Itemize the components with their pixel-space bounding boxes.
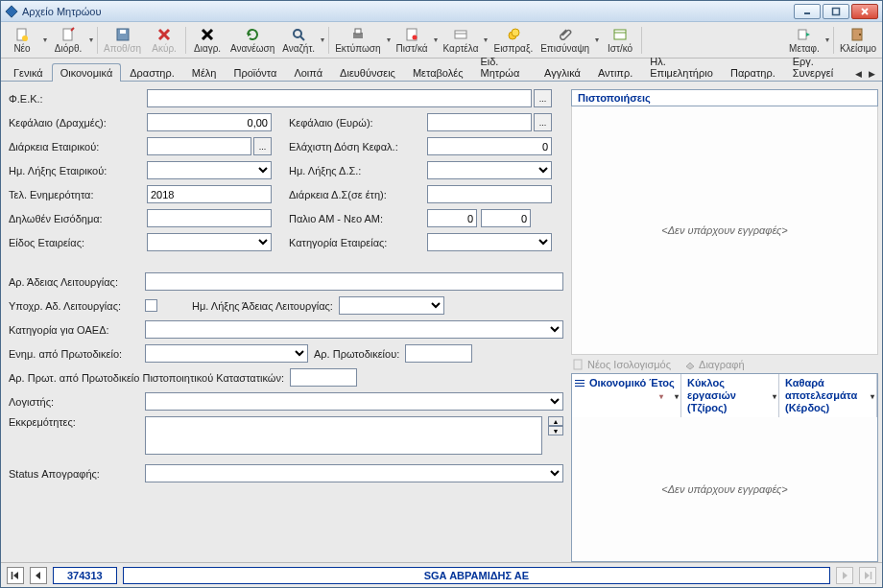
toolbar-Διόρθ.[interactable]: Διόρθ. bbox=[49, 26, 87, 55]
tel-enim-label: Τελ. Ενημερότητα: bbox=[9, 189, 143, 200]
diarkeia-et-lookup[interactable]: ... bbox=[253, 137, 272, 155]
tab-3[interactable]: Μέλη bbox=[183, 63, 226, 82]
toolbar-Αναζήτ.[interactable]: Αναζήτ. bbox=[278, 26, 319, 55]
neo-am-input[interactable] bbox=[481, 209, 531, 227]
ypoxr-label: Υποχρ. Αδ. Λειτουργίας: bbox=[9, 300, 139, 312]
tel-enim-input[interactable] bbox=[147, 185, 272, 203]
lixi-adeias-label: Ημ. Λήξης Άδειας Λειτουργίας: bbox=[192, 300, 333, 312]
ypoxr-checkbox[interactable] bbox=[145, 299, 157, 312]
toolbar-Νέο[interactable]: Νέο bbox=[3, 26, 41, 55]
ar-prot-long-label: Αρ. Πρωτ. από Πρωτοδικείο Πιστοποιητικού… bbox=[9, 372, 284, 384]
tab-7[interactable]: Μεταβολές bbox=[404, 63, 472, 82]
tab-9[interactable]: Αγγλικά bbox=[536, 63, 589, 82]
lixi-et-select[interactable] bbox=[147, 161, 272, 179]
kathg-select[interactable] bbox=[427, 233, 552, 251]
toolbar-Αναζήτ.-dd[interactable]: ▾ bbox=[319, 23, 326, 58]
nav-next[interactable] bbox=[836, 567, 853, 584]
min-dosi-input[interactable] bbox=[427, 137, 552, 155]
window-title: Αρχείο Μητρώου bbox=[22, 6, 102, 17]
diarkeia-et-input[interactable] bbox=[147, 137, 251, 155]
tab-scroll-right[interactable]: ▶ bbox=[865, 67, 878, 81]
toolbar-Εκτύπωση-dd[interactable]: ▾ bbox=[385, 23, 393, 58]
maximize-button[interactable] bbox=[823, 4, 849, 19]
svg-rect-32 bbox=[574, 360, 582, 369]
tab-1[interactable]: Οικονομικά bbox=[52, 63, 122, 82]
close-button[interactable] bbox=[851, 4, 878, 19]
tab-13[interactable]: Εργ. Συνεργεί bbox=[784, 52, 851, 82]
palio-am-input[interactable] bbox=[427, 209, 477, 227]
toolbar-Επισύναψη[interactable]: Επισύναψη bbox=[537, 26, 593, 55]
lixi-ds-select[interactable] bbox=[427, 161, 552, 179]
doc-icon bbox=[573, 359, 585, 370]
eidos-select[interactable] bbox=[147, 233, 272, 251]
col-turnover-dd[interactable]: ▾ bbox=[773, 389, 776, 402]
app-icon bbox=[5, 5, 18, 18]
col-profit[interactable]: Καθαρά αποτελεσμάτα (Κέρδος)▾ bbox=[779, 374, 877, 417]
col-turnover[interactable]: Κύκλος εργασιών (Τζίρος)▾ bbox=[681, 374, 779, 417]
oaed-label: Κατηγορία για ΟΑΕΔ: bbox=[9, 324, 139, 336]
toolbar-Διαγρ.[interactable]: Διαγρ. bbox=[188, 26, 227, 55]
tab-8[interactable]: Ειδ. Μητρώα bbox=[471, 52, 536, 82]
toolbar-Διόρθ.-dd[interactable]: ▾ bbox=[87, 23, 95, 58]
eisodima-label: Δηλωθέν Εισόδημα: bbox=[9, 213, 143, 224]
toolbar-Κλείσιμο[interactable]: Κλείσιμο bbox=[836, 26, 880, 55]
tab-scroll-left[interactable]: ◀ bbox=[851, 67, 865, 81]
tab-2[interactable]: Δραστηρ. bbox=[121, 63, 183, 82]
tab-10[interactable]: Αντιπρ. bbox=[589, 63, 641, 82]
ar-prot-long-input[interactable] bbox=[290, 368, 357, 387]
card-icon bbox=[453, 27, 468, 42]
col-year-dd[interactable]: ▾ bbox=[675, 389, 679, 402]
toolbar-Ανανέωση[interactable]: Ανανέωση bbox=[227, 26, 278, 55]
tab-12[interactable]: Παρατηρ. bbox=[722, 63, 784, 82]
tab-4[interactable]: Προϊόντα bbox=[225, 63, 285, 82]
tab-11[interactable]: Ηλ. Επιμελητήριο bbox=[641, 52, 722, 82]
fek-lookup-button[interactable]: ... bbox=[534, 89, 552, 107]
refresh-icon bbox=[245, 27, 260, 42]
svg-rect-19 bbox=[355, 29, 361, 34]
col-profit-dd[interactable]: ▾ bbox=[871, 389, 874, 402]
toolbar-Καρτέλα[interactable]: Καρτέλα bbox=[440, 26, 483, 55]
toolbar-Επισύναψη-dd[interactable]: ▾ bbox=[593, 23, 601, 58]
kefalaio-drx-input[interactable] bbox=[147, 113, 272, 131]
ekkrem-down[interactable]: ▼ bbox=[548, 426, 563, 435]
logistis-select[interactable] bbox=[145, 392, 563, 411]
tab-0[interactable]: Γενικά bbox=[5, 63, 52, 82]
delete-balance-button[interactable]: Διαγραφή bbox=[684, 359, 745, 370]
nav-last[interactable] bbox=[859, 567, 876, 584]
kefalaio-eur-input[interactable] bbox=[427, 113, 532, 131]
toolbar-Πιστ/κά[interactable]: Πιστ/κά bbox=[393, 26, 432, 55]
logistis-label: Λογιστής: bbox=[9, 396, 139, 408]
eisodima-input[interactable] bbox=[147, 209, 272, 227]
tab-6[interactable]: Διευθύνσεις bbox=[331, 63, 404, 82]
svg-rect-22 bbox=[455, 31, 466, 38]
print-icon bbox=[350, 27, 366, 42]
toolbar-Νέο-dd[interactable]: ▾ bbox=[41, 23, 49, 58]
toolbar-Μεταφ.[interactable]: Μεταφ. bbox=[785, 26, 823, 55]
new-balance-button[interactable]: Νέος Ισολογισμός bbox=[573, 359, 671, 370]
diarkeia-ds-input[interactable] bbox=[427, 185, 552, 203]
ar-proto-input[interactable] bbox=[405, 344, 472, 363]
ekkrem-up[interactable]: ▲ bbox=[548, 416, 563, 426]
enim-proto-select[interactable] bbox=[145, 344, 308, 363]
svg-rect-28 bbox=[799, 30, 806, 39]
nav-prev[interactable] bbox=[30, 567, 47, 584]
status-select[interactable] bbox=[145, 464, 563, 482]
toolbar-Εκτύπωση[interactable]: Εκτύπωση bbox=[331, 26, 384, 55]
col-year[interactable]: Οικονομικό Έτος▾ bbox=[572, 374, 681, 417]
tabs: ΓενικάΟικονομικάΔραστηρ.ΜέληΠροϊόνταΛοιπ… bbox=[1, 59, 882, 82]
minimize-button[interactable] bbox=[794, 4, 821, 19]
ekkrem-textarea[interactable] bbox=[145, 416, 542, 455]
nav-first[interactable] bbox=[7, 567, 24, 584]
toolbar-Εισπραξ.[interactable]: Εισπραξ. bbox=[489, 26, 537, 55]
toolbar-Ακύρ.: Ακύρ. bbox=[145, 26, 183, 55]
kefalaio-eur-lookup[interactable]: ... bbox=[534, 113, 552, 131]
kefalaio-eur-label: Κεφάλαιο (Ευρώ): bbox=[289, 117, 423, 129]
svg-marker-36 bbox=[36, 572, 40, 579]
ar-adeias-input[interactable] bbox=[145, 272, 563, 291]
oaed-select[interactable] bbox=[145, 320, 563, 339]
lixi-adeias-select[interactable] bbox=[339, 296, 444, 315]
tab-5[interactable]: Λοιπά bbox=[285, 63, 331, 82]
toolbar-Πιστ/κά-dd[interactable]: ▾ bbox=[432, 23, 440, 58]
fek-input[interactable] bbox=[147, 89, 532, 107]
toolbar-Ιστ/κό[interactable]: Ιστ/κό bbox=[601, 26, 639, 55]
